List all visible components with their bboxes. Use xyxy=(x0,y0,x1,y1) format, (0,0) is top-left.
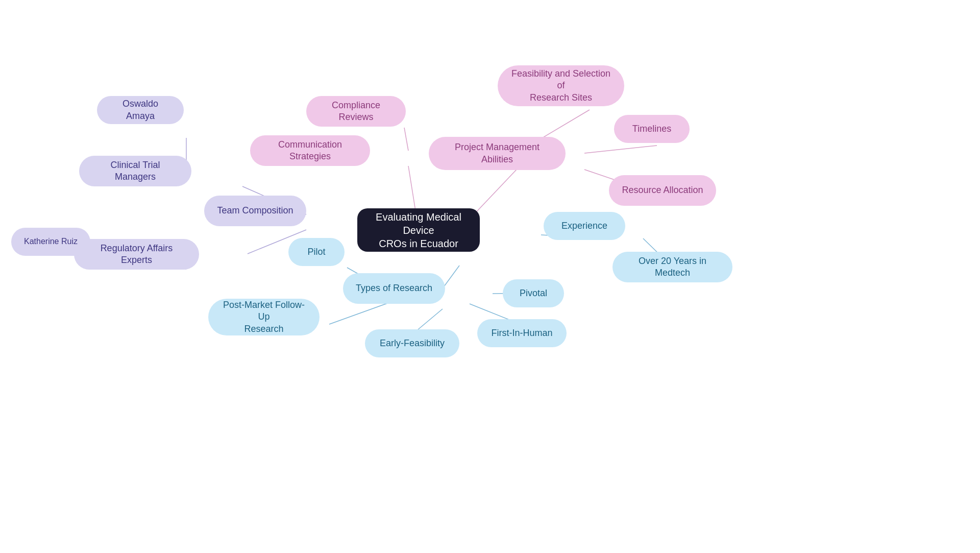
pivotal-node[interactable]: Pivotal xyxy=(503,279,564,307)
pilot-node[interactable]: Pilot xyxy=(288,238,345,266)
feasibility-sites-label: Feasibility and Selection of Research Si… xyxy=(509,68,613,104)
center-label: Evaluating Medical Device CROs in Ecuado… xyxy=(369,210,469,250)
compliance-reviews-node[interactable]: Compliance Reviews xyxy=(306,96,406,127)
communication-strategies-label: Communication Strategies xyxy=(261,139,359,163)
katherine-ruiz-label: Katherine Ruiz xyxy=(24,236,78,247)
feasibility-sites-node[interactable]: Feasibility and Selection of Research Si… xyxy=(498,65,624,106)
resource-allocation-node[interactable]: Resource Allocation xyxy=(609,175,716,206)
clinical-trial-managers-node[interactable]: Clinical Trial Managers xyxy=(79,156,191,186)
experience-label: Experience xyxy=(561,220,607,232)
types-of-research-node[interactable]: Types of Research xyxy=(343,273,445,304)
early-feasibility-node[interactable]: Early-Feasibility xyxy=(365,329,459,357)
regulatory-affairs-node[interactable]: Regulatory Affairs Experts xyxy=(74,239,199,270)
first-in-human-node[interactable]: First-In-Human xyxy=(477,319,567,347)
resource-allocation-label: Resource Allocation xyxy=(622,184,703,196)
pilot-label: Pilot xyxy=(307,246,325,258)
over-20-years-label: Over 20 Years in Medtech xyxy=(624,255,721,279)
clinical-trial-managers-label: Clinical Trial Managers xyxy=(90,159,180,183)
regulatory-affairs-label: Regulatory Affairs Experts xyxy=(85,243,188,267)
svg-line-7 xyxy=(584,146,657,153)
first-in-human-label: First-In-Human xyxy=(491,327,552,339)
team-composition-node[interactable]: Team Composition xyxy=(204,196,306,226)
over-20-years-node[interactable]: Over 20 Years in Medtech xyxy=(612,252,732,282)
oswaldo-amaya-label: Oswaldo Amaya xyxy=(108,98,173,122)
pivotal-label: Pivotal xyxy=(520,287,547,299)
post-market-node[interactable]: Post-Market Follow-Up Research xyxy=(208,299,320,335)
project-management-node[interactable]: Project Management Abilities xyxy=(429,137,566,170)
post-market-label: Post-Market Follow-Up Research xyxy=(219,299,308,335)
experience-node[interactable]: Experience xyxy=(544,212,625,240)
svg-line-13 xyxy=(443,266,459,288)
center-node[interactable]: Evaluating Medical Device CROs in Ecuado… xyxy=(357,208,480,252)
svg-line-10 xyxy=(404,128,408,151)
early-feasibility-label: Early-Feasibility xyxy=(380,338,445,349)
compliance-reviews-label: Compliance Reviews xyxy=(317,100,395,124)
timelines-node[interactable]: Timelines xyxy=(614,115,690,143)
project-management-label: Project Management Abilities xyxy=(440,141,554,165)
communication-strategies-node[interactable]: Communication Strategies xyxy=(250,135,370,166)
timelines-label: Timelines xyxy=(632,123,671,135)
katherine-ruiz-node[interactable]: Katherine Ruiz xyxy=(11,228,90,256)
team-composition-label: Team Composition xyxy=(217,205,293,217)
oswaldo-amaya-node[interactable]: Oswaldo Amaya xyxy=(97,96,184,124)
types-of-research-label: Types of Research xyxy=(356,282,432,294)
svg-line-18 xyxy=(329,301,393,324)
